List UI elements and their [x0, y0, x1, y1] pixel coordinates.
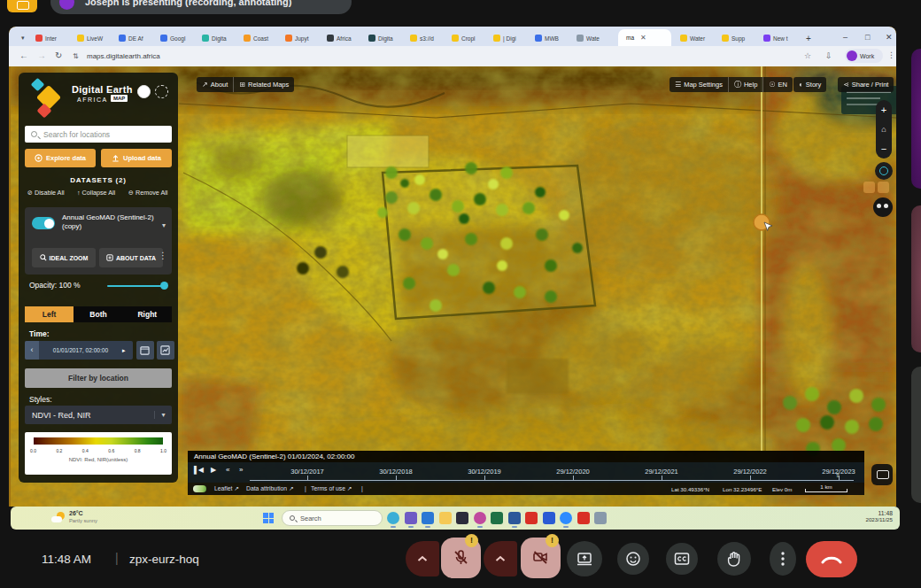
browser-tab[interactable]: Coast — [244, 30, 284, 46]
timeline-next-button[interactable]: » — [239, 466, 243, 474]
leaflet-link[interactable]: Leaflet ↗ — [214, 485, 239, 492]
taskbar-app-icon[interactable] — [474, 512, 486, 524]
language-button[interactable]: ☉EN — [762, 77, 793, 92]
download-icon[interactable]: ⇩ — [825, 51, 832, 60]
new-tab-button[interactable]: + — [806, 34, 811, 43]
captions-button[interactable] — [666, 543, 698, 575]
raise-hand-button[interactable] — [717, 542, 751, 576]
street-view-button[interactable] — [873, 197, 893, 217]
browser-tab[interactable]: Inter — [35, 30, 76, 46]
about-button[interactable]: ↗About — [197, 77, 233, 92]
taskbar-app-icon[interactable] — [594, 512, 607, 524]
zoom-out-button[interactable]: − — [876, 139, 892, 159]
timeline-play-button[interactable]: ▶ — [211, 466, 216, 474]
share-print-button[interactable]: ⋖Share / Print — [838, 77, 894, 92]
window-restore-button[interactable]: □ — [865, 33, 870, 42]
terms-of-use-link[interactable]: Terms of use ↗ — [311, 485, 352, 492]
address-bar[interactable]: maps.digitalearth.africa — [87, 52, 160, 60]
forward-button[interactable]: → — [37, 50, 46, 60]
reload-button[interactable]: ↻ — [55, 50, 62, 60]
end-call-button[interactable] — [806, 541, 857, 577]
weather-description[interactable]: Partly sunny — [69, 518, 97, 523]
browser-menu-icon[interactable]: ⋮ — [887, 50, 895, 59]
windows-start-button[interactable] — [263, 513, 274, 523]
mic-options-button[interactable] — [406, 541, 439, 576]
filter-by-location-button[interactable]: Filter by location — [25, 368, 172, 388]
feedback-button[interactable] — [871, 464, 893, 485]
compare-tab-both[interactable]: Both — [74, 306, 122, 322]
browser-tab[interactable]: Wate — [577, 30, 617, 46]
timeline-calendar-button[interactable] — [136, 341, 154, 360]
zoom-in-button[interactable]: + — [876, 100, 892, 120]
back-button[interactable]: ← — [19, 50, 28, 60]
taskbar-clock[interactable]: 11:48 2023/11/25 — [865, 510, 893, 522]
site-info-icon[interactable]: ⇅ — [73, 52, 79, 60]
help-button[interactable]: ⓘHelp — [728, 77, 762, 92]
map-settings-button[interactable]: ☰Map Settings — [669, 77, 728, 92]
disable-all-link[interactable]: ⊘ Disable All — [27, 189, 65, 197]
taskbar-app-icon[interactable] — [439, 512, 452, 524]
remove-all-link[interactable]: ⊖ Remove All — [128, 189, 167, 197]
taskbar-app-icon[interactable] — [577, 512, 590, 524]
taskbar-app-icon[interactable] — [543, 512, 555, 524]
pedestrian-mode-icon[interactable] — [863, 182, 875, 193]
timeseries-chart-button[interactable] — [157, 341, 174, 360]
time-next-button[interactable]: ▸ — [122, 347, 133, 354]
browser-tab[interactable]: s3://d — [410, 30, 451, 46]
time-previous-button[interactable]: ‹ — [25, 341, 39, 360]
compare-tab-right[interactable]: Right — [123, 306, 172, 322]
participant-tile-3[interactable] — [911, 367, 921, 503]
browser-tab[interactable]: Africa — [327, 30, 368, 46]
taskbar-app-icon[interactable] — [525, 512, 538, 524]
ideal-zoom-button[interactable]: IDEAL ZOOM — [32, 248, 96, 267]
dataset-visibility-toggle[interactable] — [32, 217, 55, 229]
opacity-slider-knob[interactable] — [160, 282, 168, 290]
timeline-skip-start-button[interactable]: ▌◀ — [194, 466, 203, 474]
taskbar-search-box[interactable]: Search — [282, 510, 383, 526]
taskbar-app-icon[interactable] — [405, 512, 417, 524]
weather-icon[interactable] — [51, 511, 66, 525]
window-minimize-button[interactable]: – — [843, 33, 847, 42]
browser-tab[interactable]: Supp — [722, 30, 762, 46]
browser-tab[interactable]: | Digi — [493, 30, 534, 46]
taskbar-app-icon[interactable] — [422, 512, 434, 524]
browser-tab[interactable]: Googl — [160, 30, 201, 46]
related-maps-button[interactable]: ⊞Related Maps — [233, 77, 294, 92]
compass-mode-icon[interactable] — [878, 182, 889, 193]
participant-tile-1[interactable] — [911, 49, 921, 189]
time-selector[interactable]: ‹ 01/01/2017, 02:00:00 ▸ — [25, 341, 133, 360]
browser-tab[interactable]: New t — [763, 30, 804, 46]
my-location-button[interactable] — [875, 162, 893, 180]
taskbar-app-icon[interactable] — [560, 512, 572, 524]
taskbar-app-icon[interactable] — [491, 512, 503, 524]
timeline-bar[interactable]: ▌◀ ▶ « » 30/12/2017 30/12/2018 30/12/201… — [188, 462, 864, 483]
more-options-button[interactable] — [770, 542, 796, 576]
compare-tab-left[interactable]: Left — [25, 306, 74, 322]
browser-tab[interactable]: Digita — [202, 30, 243, 46]
location-search-box[interactable]: Search for locations — [25, 126, 172, 143]
upload-data-button[interactable]: Upload data — [101, 149, 172, 167]
timeline-prev-button[interactable]: « — [226, 466, 229, 474]
dataset-menu-icon[interactable]: ⋮ — [159, 251, 167, 260]
story-button[interactable]: ◐Story — [793, 77, 826, 92]
taskbar-app-icon[interactable] — [456, 512, 468, 524]
browser-tab[interactable]: Water — [680, 30, 721, 46]
weather-temperature[interactable]: 26°C — [69, 510, 83, 516]
style-dropdown[interactable]: NDVI - Red, NIR ▾ — [25, 406, 172, 424]
presentation-icon[interactable] — [7, 0, 37, 12]
participant-tile-2[interactable] — [911, 205, 921, 352]
dataset-collapse-caret-icon[interactable]: ▾ — [162, 221, 166, 229]
camera-options-button[interactable] — [484, 541, 517, 576]
browser-tab[interactable]: MWB — [535, 30, 576, 46]
data-attribution-link[interactable]: Data attribution ↗ — [246, 485, 294, 492]
tab-search-caret-icon[interactable]: ▾ — [21, 35, 25, 42]
timeline-handle[interactable]: ⇧ — [835, 472, 840, 479]
browser-profile-button[interactable]: Work — [845, 49, 883, 63]
taskbar-app-icon[interactable] — [387, 512, 399, 524]
explore-data-button[interactable]: Explore data — [25, 149, 96, 167]
present-screen-button[interactable] — [567, 541, 602, 576]
browser-tab-active[interactable]: ma ✕ — [618, 29, 671, 46]
collapse-all-link[interactable]: ↑ Collapse All — [77, 189, 115, 197]
about-data-button[interactable]: ABOUT DATA — [99, 248, 163, 267]
map-canvas[interactable]: ↗About ⊞Related Maps ☰Map Settings ⓘHelp… — [11, 66, 896, 507]
